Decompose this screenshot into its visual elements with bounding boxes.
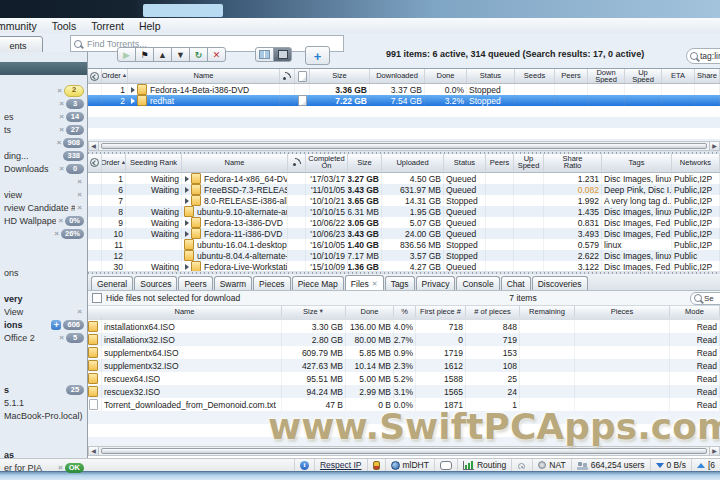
tab-pieces[interactable]: Pieces xyxy=(253,276,291,290)
menu-item-tools[interactable]: Tools xyxy=(52,20,77,32)
scroll-right-icon[interactable]: ▶ xyxy=(709,447,719,455)
sidebar-item[interactable]: ×3 xyxy=(0,97,87,110)
expand-icon[interactable] xyxy=(185,264,189,270)
remove-icon[interactable] xyxy=(207,47,226,62)
sidebar-item[interactable]: view× xyxy=(0,188,87,201)
tab-privacy[interactable]: Privacy xyxy=(416,276,456,290)
seeding-row[interactable]: 11ubuntu-16.04.1-desktop-amd64.iso'16/10… xyxy=(88,239,720,250)
column-header-size[interactable]: Size▼ xyxy=(282,306,346,317)
column-header-done[interactable]: Done xyxy=(425,69,467,83)
column-header-share-ratio[interactable]: Share Ratio xyxy=(544,154,602,171)
close-icon[interactable]: × xyxy=(58,216,63,225)
close-icon[interactable]: × xyxy=(77,203,82,212)
file-row[interactable]: Torrent_downloaded_from_Demonoid.com.txt… xyxy=(88,398,720,411)
expand-icon[interactable] xyxy=(185,220,189,226)
menu-item-mmunity[interactable]: mmunity xyxy=(0,20,37,32)
expand-icon[interactable] xyxy=(131,87,135,93)
tab-swarm[interactable]: Swarm xyxy=(214,276,252,290)
column-header-of-pieces[interactable]: # of pieces xyxy=(466,306,520,317)
sidebar-item[interactable]: HD Wallpapers×0% xyxy=(0,214,87,227)
column-header-mode[interactable]: Mode xyxy=(670,306,720,317)
expand-icon[interactable] xyxy=(185,187,189,193)
sidebar-item[interactable]: er for PIA×OK xyxy=(0,461,87,474)
close-icon[interactable]: × xyxy=(59,112,64,121)
seeding-row[interactable]: 78.0-RELEASE-i386-all'10/10/213.65 GB14.… xyxy=(88,195,720,206)
seeding-row[interactable]: 6WaitingFreeBSD-7.3-RELEASE-i386-all'11/… xyxy=(88,184,720,195)
files-h-scrollbar[interactable]: ◀ ▶ xyxy=(88,446,720,456)
column-setup-cell[interactable] xyxy=(88,154,102,171)
sidebar-item[interactable]: es×14 xyxy=(0,110,87,123)
sidebar-item[interactable]: Office 2×5 xyxy=(0,331,87,344)
column-header-[interactable]: % xyxy=(394,306,416,317)
column-header-pieces[interactable]: Pieces xyxy=(575,306,670,317)
sidebar-item[interactable]: × xyxy=(0,175,87,188)
column-setup-icon[interactable] xyxy=(90,72,99,81)
close-icon[interactable]: × xyxy=(59,125,64,134)
column-header-name[interactable]: Name xyxy=(182,154,288,171)
column-header-peers[interactable]: Peers xyxy=(486,154,514,171)
column-header-share[interactable]: Share xyxy=(695,69,720,83)
column-header-file-column-icon[interactable] xyxy=(295,69,310,83)
torrent-row[interactable]: 2redhat7.22 GB7.54 GB3.2%Stopped xyxy=(88,95,720,106)
column-header-name[interactable]: Name xyxy=(88,306,282,317)
column-header-done[interactable]: Done xyxy=(346,306,394,317)
sidebar-item[interactable]: rview Candidate #180× xyxy=(0,201,87,214)
file-row[interactable]: installationx32.ISO2.80 GB80.00 MB2.7%07… xyxy=(88,333,720,346)
seeding-row[interactable]: 9WaitingFedora-13-i386-DVD'10/06/223.05 … xyxy=(88,217,720,228)
column-header-peers[interactable]: Peers xyxy=(555,69,588,83)
move-down-icon[interactable] xyxy=(171,47,190,62)
column-header-seeds[interactable]: Seeds xyxy=(515,69,555,83)
column-header-up-speed[interactable]: Up Speed xyxy=(514,154,544,171)
sidebar-item[interactable]: s25 xyxy=(0,383,87,396)
add-subscription-icon[interactable]: + xyxy=(51,320,61,330)
expand-icon[interactable] xyxy=(185,231,189,237)
sidebar-item[interactable]: ts×27 xyxy=(0,123,87,136)
column-header-rss-column-icon[interactable] xyxy=(280,69,295,83)
downloads-h-scrollbar[interactable]: ◀ ▶ xyxy=(88,141,720,151)
seeding-row[interactable]: 8Waitingubuntu-9.10-alternate-amd64.iso'… xyxy=(88,206,720,217)
sidebar-item[interactable]: MacBook-Pro.local) xyxy=(0,409,87,422)
stop-icon[interactable] xyxy=(135,47,154,62)
close-icon[interactable]: × xyxy=(77,190,82,199)
tab-piece-map[interactable]: Piece Map xyxy=(292,276,344,290)
status-item-respect-ip[interactable]: Respect IP xyxy=(314,459,367,471)
scrollbar-thumb[interactable] xyxy=(101,143,707,149)
file-row[interactable]: supplementx64.ISO609.79 MB5.85 MB0.9%171… xyxy=(88,346,720,359)
column-header-down-speed[interactable]: Down Speed xyxy=(588,69,625,83)
tab-chat[interactable]: Chat xyxy=(501,276,531,290)
close-icon[interactable]: × xyxy=(59,164,64,173)
seeding-row[interactable]: 10WaitingFedora-11-i386-DVD'10/06/233.43… xyxy=(88,228,720,239)
column-header-rss-column-icon[interactable] xyxy=(288,154,306,171)
tab-peers[interactable]: Peers xyxy=(178,276,212,290)
sidebar-item[interactable]: ding...338 xyxy=(0,149,87,162)
column-header-seeding-rank[interactable]: Seeding Rank xyxy=(126,154,182,171)
column-header-uploaded[interactable]: Uploaded xyxy=(382,154,444,171)
seeding-row[interactable]: 12ubuntu-8.04.4-alternate-i386.iso'10/10… xyxy=(88,250,720,261)
sidebar-item[interactable]: ons xyxy=(0,266,87,279)
list-view-icon[interactable] xyxy=(273,47,292,62)
column-header-completed-on[interactable]: Completed On xyxy=(306,154,348,171)
column-setup-icon[interactable] xyxy=(90,158,99,167)
scroll-left-icon[interactable]: ◀ xyxy=(89,142,99,150)
tag-filter-box[interactable]: tag:linux xyxy=(686,48,720,64)
tab-general[interactable]: General xyxy=(91,276,133,290)
sidebar-item[interactable]: View× xyxy=(0,305,87,318)
column-header-status[interactable]: Status xyxy=(467,69,515,83)
column-header-first-piece[interactable]: First piece # xyxy=(416,306,466,317)
close-icon[interactable]: × xyxy=(57,138,62,147)
sidebar-item[interactable]: ×908 xyxy=(0,136,87,149)
menu-item-torrent[interactable]: Torrent xyxy=(91,20,124,32)
add-torrent-button[interactable] xyxy=(305,46,330,65)
close-icon[interactable]: × xyxy=(77,307,82,316)
close-tab-icon[interactable]: ✕ xyxy=(372,280,378,288)
scroll-left-icon[interactable]: ◀ xyxy=(89,447,99,455)
close-icon[interactable]: × xyxy=(59,99,64,108)
column-header-networks[interactable]: Networks xyxy=(672,154,720,171)
column-header-name[interactable]: Name xyxy=(128,69,280,83)
tab-discoveries[interactable]: Discoveries xyxy=(532,276,588,290)
file-row[interactable]: supplementx32.ISO427.63 MB10.14 MB2.3%16… xyxy=(88,359,720,372)
tab-tags[interactable]: Tags xyxy=(385,276,415,290)
sidebar-item[interactable]: Downloads×0 xyxy=(0,162,87,175)
column-header-downloaded[interactable]: Downloaded xyxy=(370,69,425,83)
seeding-row[interactable]: 1WaitingFedora-14-x86_64-DVD'17/03/173.2… xyxy=(88,173,720,184)
